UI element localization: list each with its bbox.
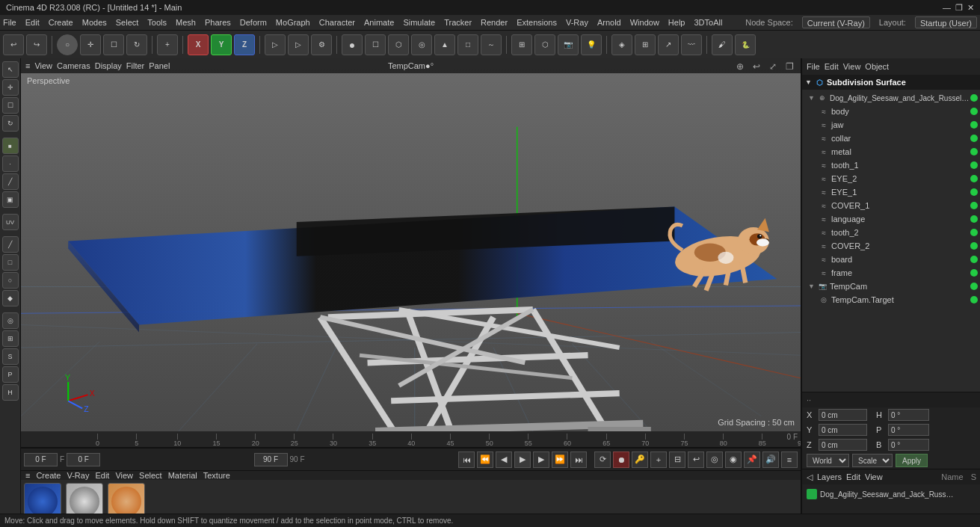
sphere-button[interactable]: ● <box>342 34 363 55</box>
material-view[interactable]: View <box>115 471 133 480</box>
tree-jaw[interactable]: ≈ jaw <box>802 118 980 132</box>
current-frame-input[interactable] <box>24 453 58 466</box>
settings-button[interactable]: ⚙ <box>311 34 332 55</box>
lt-grid[interactable]: ⊞ <box>2 330 19 347</box>
lt-paint[interactable]: P <box>2 366 19 383</box>
bend-button[interactable]: ↗ <box>658 34 679 55</box>
scale-button[interactable]: ☐ <box>103 34 124 55</box>
expand-icon[interactable]: ▼ <box>805 78 813 86</box>
menu-3dtoall[interactable]: 3DToAll <box>694 18 722 27</box>
material-create[interactable]: Create <box>36 471 61 480</box>
spline-button[interactable]: ～ <box>481 34 502 55</box>
viewport[interactable]: ≡ View Cameras Display Filter Panel Temp… <box>21 58 801 431</box>
move-button[interactable]: ✛ <box>80 34 101 55</box>
viewport-menu-panel[interactable]: Panel <box>149 61 170 70</box>
menu-tracker[interactable]: Tracker <box>444 18 472 27</box>
menu-tools[interactable]: Tools <box>147 18 167 27</box>
vp-control-1[interactable]: ⊕ <box>733 60 747 73</box>
menu-render[interactable]: Render <box>481 18 508 27</box>
tree-board[interactable]: ≈ board <box>802 253 980 266</box>
play-button[interactable]: ▷ <box>288 34 309 55</box>
z-axis-button[interactable]: Z <box>234 34 255 55</box>
vp-control-2[interactable]: ↩ <box>750 60 763 73</box>
minimize-button[interactable]: — <box>943 3 951 13</box>
b-input[interactable] <box>888 439 929 451</box>
auto-key-button[interactable]: 🔑 <box>632 452 648 468</box>
vp-fullscreen[interactable]: ⤢ <box>766 60 780 73</box>
z-pos-input[interactable] <box>819 439 867 451</box>
menu-modes[interactable]: Modes <box>82 18 107 27</box>
rotate-button[interactable]: ↻ <box>126 34 147 55</box>
material-texture[interactable]: Texture <box>203 471 230 480</box>
undo-button[interactable]: ↩ <box>3 34 24 55</box>
om-edit[interactable]: Edit <box>825 62 839 71</box>
lt-edge-mode[interactable]: ╱ <box>2 173 19 190</box>
material-thumb-board[interactable] <box>24 483 61 514</box>
boole-button[interactable]: ◈ <box>611 34 632 55</box>
tree-cover2[interactable]: ≈ COVER_2 <box>802 239 980 253</box>
material-thumb-frame[interactable] <box>66 483 103 514</box>
motion-btn2[interactable]: ⊟ <box>669 452 685 468</box>
motion-btn4[interactable]: ◎ <box>706 452 723 468</box>
lt-move[interactable]: ✛ <box>2 79 19 96</box>
cube-button[interactable]: ☐ <box>365 34 386 55</box>
tree-eye1[interactable]: ≈ EYE_1 <box>802 185 980 199</box>
polygon-button[interactable]: ⬡ <box>534 34 555 55</box>
paint-button[interactable]: 🖌 <box>712 34 733 55</box>
loop-frame-button[interactable]: ⟳ <box>594 452 611 468</box>
goto-start-button[interactable]: ⏮ <box>458 452 475 468</box>
lt-hair[interactable]: H <box>2 384 19 401</box>
lt-snap[interactable]: ◎ <box>2 312 19 329</box>
tree-metal[interactable]: ≈ metal <box>802 145 980 158</box>
motion-btn5[interactable]: ◉ <box>725 452 742 468</box>
layers-view[interactable]: View <box>865 472 883 481</box>
y-axis-button[interactable]: Y <box>211 34 232 55</box>
menu-extensions[interactable]: Extensions <box>517 18 557 27</box>
lt-rotate[interactable]: ↻ <box>2 115 19 132</box>
layout-value[interactable]: Startup (User) <box>915 16 977 28</box>
viewport-menu-icon[interactable]: ≡ <box>25 61 30 70</box>
viewport-menu-view[interactable]: View <box>34 61 52 70</box>
menu-vray[interactable]: V-Ray <box>566 18 588 27</box>
tree-dog-group[interactable]: ▼ ⊕ Dog_Agility_Seesaw_and_Jack_Russell_… <box>802 91 980 105</box>
cone-button[interactable]: ▲ <box>434 34 455 55</box>
plane-button[interactable]: □ <box>457 34 478 55</box>
x-axis-button[interactable]: X <box>188 34 209 55</box>
viewport-menu-cameras[interactable]: Cameras <box>57 61 90 70</box>
lt-tool4[interactable]: ◆ <box>2 290 19 306</box>
next-frame-button[interactable]: ⏩ <box>552 452 568 468</box>
lt-tool2[interactable]: □ <box>2 254 19 271</box>
om-view[interactable]: View <box>843 62 861 71</box>
om-object[interactable]: Object <box>865 62 889 71</box>
material-vray[interactable]: V-Ray <box>67 471 89 480</box>
scale-dropdown[interactable]: Scale <box>852 454 893 467</box>
maximize-button[interactable]: ❐ <box>955 3 963 13</box>
menu-edit[interactable]: Edit <box>25 18 40 27</box>
layers-menu-icon[interactable]: ◁ <box>807 472 813 482</box>
menu-select[interactable]: Select <box>116 18 139 27</box>
motion-btn6[interactable]: 📌 <box>744 452 760 468</box>
dog-expand-icon[interactable]: ▼ <box>808 94 816 102</box>
tree-body[interactable]: ≈ body <box>802 105 980 118</box>
tree-subdivision-surface[interactable]: ▼ ⬡ Subdivision Surface <box>802 75 980 90</box>
render-end-input[interactable] <box>254 453 288 466</box>
tree-collar[interactable]: ≈ collar <box>802 132 980 145</box>
record-button[interactable]: ⏺ <box>613 452 629 468</box>
play-pause-button[interactable]: ▶ <box>514 452 531 468</box>
layers-tab[interactable]: Layers <box>817 472 842 481</box>
add-button[interactable]: + <box>157 34 178 55</box>
tree-cover1[interactable]: ≈ COVER_1 <box>802 199 980 212</box>
prev-frame-button[interactable]: ⏪ <box>477 452 493 468</box>
lt-poly-mode[interactable]: ▣ <box>2 191 19 208</box>
lt-sculpt[interactable]: S <box>2 348 19 365</box>
tree-frame[interactable]: ≈ frame <box>802 266 980 280</box>
menu-mograph[interactable]: MoGraph <box>276 18 310 27</box>
viewport-menu-display[interactable]: Display <box>95 61 122 70</box>
tree-tempcam-target[interactable]: ◎ TempCam.Target <box>802 293 980 306</box>
h-input[interactable] <box>888 409 929 421</box>
cylinder-button[interactable]: ⬡ <box>388 34 409 55</box>
apply-button[interactable]: Apply <box>896 454 928 467</box>
motion-btn7[interactable]: 🔊 <box>762 452 779 468</box>
nodespace-value[interactable]: Current (V-Ray) <box>802 16 870 28</box>
array-button[interactable]: ⊞ <box>635 34 656 55</box>
